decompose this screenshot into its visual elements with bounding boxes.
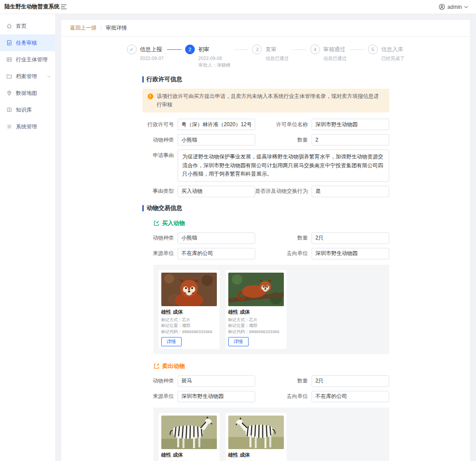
step-title: 信息上报	[140, 45, 164, 54]
buy-animals-panel: 雄性 成体 标记方式：芯片 标记位置：颈部 标记代码：9996696333366…	[153, 265, 389, 354]
mark-position: 标记位置：颈部	[228, 322, 284, 329]
mark-code: 标记代码：9996696333366	[228, 329, 284, 335]
step-status: 已经完成了	[381, 56, 405, 62]
reason-field[interactable]: 为促进野生动物保护事业发展，提高珍稀野生动物驯养繁育水平，加强野生动物资源交流合…	[178, 150, 389, 181]
user-avatar-icon	[439, 4, 445, 10]
step-connector	[350, 49, 364, 50]
user-menu[interactable]: admin	[439, 4, 476, 10]
step-title: 复审	[265, 45, 289, 54]
exchange-field[interactable]	[312, 186, 389, 197]
warning-banner: ! 该项行政许可由买方提出申请，且卖方尚未纳入本系统行业主体管理名录，现对卖方填…	[142, 89, 389, 112]
sell-quantity-field[interactable]	[312, 375, 389, 387]
step-status: 信息已通过	[324, 56, 347, 62]
sidebar-item-knowledge-base[interactable]: 知识库	[0, 101, 55, 118]
sell-species-label: 动物种类	[142, 377, 174, 385]
mark-method: 标记方式：芯片	[161, 317, 217, 323]
sell-dest-field[interactable]	[312, 391, 389, 402]
username: admin	[447, 4, 462, 10]
step-connector	[167, 49, 182, 50]
zebra-photo	[161, 416, 217, 449]
step-number: 5	[368, 45, 378, 54]
export-box-icon	[153, 363, 160, 369]
warning-text: 该项行政许可由买方提出申请，且卖方尚未纳入本系统行业主体管理名录，现对卖方填报信…	[157, 92, 384, 109]
permit-unit-field[interactable]	[312, 119, 389, 130]
buy-source-field[interactable]	[178, 248, 255, 259]
step-first-review: 2 初审 2022-09-08 审批人：张晓峰	[185, 45, 231, 68]
back-link[interactable]: 返回上一级	[70, 24, 97, 32]
permit-unit-label: 许可单位名称	[276, 121, 308, 128]
map-pin-icon	[6, 90, 12, 96]
species-field[interactable]	[178, 134, 255, 146]
mark-method: 标记方式：芯片	[228, 317, 284, 323]
quantity-label: 数量	[298, 136, 308, 144]
step-title: 信息入库	[381, 45, 405, 54]
sidebar-item-label: 首页	[16, 22, 26, 30]
sidebar-item-label: 知识库	[16, 106, 32, 114]
sell-dest-label: 去向单位	[287, 393, 308, 400]
buy-animals-header: 买入动物	[142, 219, 389, 227]
species-label: 动物种类	[142, 136, 174, 144]
buy-source-label: 来源单位	[142, 250, 174, 257]
sidebar-item-data-map[interactable]: 数据地图	[0, 85, 55, 101]
step-second-review: 3 复审 信息已通过	[252, 45, 289, 62]
breadcrumb-divider	[101, 26, 101, 31]
animal-sex-age: 雄性 成体	[161, 452, 217, 458]
sidebar-item-system-management[interactable]: 系统管理	[0, 118, 55, 135]
breadcrumb: 返回上一级 审批详情	[61, 20, 470, 37]
sidebar-item-label: 数据地图	[16, 90, 37, 97]
audit-icon	[6, 40, 12, 46]
top-header: 陆生野生动物普查系统 admin	[0, 0, 476, 14]
home-icon	[6, 23, 12, 29]
chevron-down-icon	[464, 6, 468, 8]
step-archived: 5 信息入库 已经完成了	[368, 45, 405, 62]
sidebar-item-label: 行业主体管理	[16, 56, 48, 64]
mark-code: 标记代码：9996696333366	[161, 329, 217, 335]
warning-icon: !	[148, 94, 153, 99]
buy-quantity-field[interactable]	[312, 232, 389, 244]
permit-no-label: 行政许可号	[142, 121, 174, 128]
sidebar-item-label: 任务审核	[16, 39, 37, 47]
detail-button[interactable]: 详情	[161, 337, 182, 346]
step-date: 2022-09-07	[140, 56, 164, 61]
detail-card: 返回上一级 审批详情 ✓ 信息上报 2022-09-07 2 初审 2022-0…	[61, 20, 470, 461]
buy-quantity-label: 数量	[298, 234, 308, 242]
animal-card: 雄性 成体 标记方式：芯片 标记位置：颈部 标记代码：9996696333366…	[226, 270, 286, 349]
app-title: 陆生野生动物普查系统	[0, 3, 55, 11]
sidebar-item-task-review[interactable]: 任务审核	[0, 34, 55, 51]
step-connector	[292, 49, 307, 50]
sell-quantity-label: 数量	[298, 377, 308, 385]
sidebar-item-label: 档案管理	[16, 73, 37, 80]
sidebar-item-entity-management[interactable]: 行业主体管理	[0, 51, 55, 68]
step-date: 2022-09-08	[198, 56, 231, 61]
reason-type-field[interactable]	[178, 186, 255, 197]
step-status: 信息已通过	[265, 56, 289, 62]
sell-source-field[interactable]	[178, 391, 255, 402]
permit-no-field[interactable]	[178, 119, 255, 130]
section-bar	[142, 76, 144, 82]
detail-button[interactable]: 详情	[228, 337, 249, 346]
animal-card: 雄性 成体 标记方式：芯片 标记位置：颈部 标记代码：9996696333366…	[159, 270, 219, 349]
buy-dest-field[interactable]	[312, 248, 389, 259]
approval-steps: ✓ 信息上报 2022-09-07 2 初审 2022-09-08 审批人：张晓…	[127, 45, 405, 68]
zebra-photo	[228, 416, 284, 449]
folder-icon	[6, 73, 12, 79]
sell-source-label: 来源单位	[142, 393, 174, 400]
buy-species-field[interactable]	[178, 232, 255, 244]
sidebar: 首页 任务审核 行业主体管理 档案管理 数据地图 知识库 系统管理	[0, 14, 55, 461]
step-number: 3	[252, 45, 262, 54]
sidebar-item-archive-management[interactable]: 档案管理	[0, 68, 55, 85]
sidebar-collapse-icon[interactable]	[60, 4, 67, 10]
chevron-down-icon	[47, 75, 51, 78]
section-bar	[142, 205, 144, 211]
step-number: 4	[310, 45, 320, 54]
sidebar-item-home[interactable]: 首页	[0, 18, 55, 34]
step-number: 2	[185, 45, 195, 54]
gear-icon	[6, 124, 12, 130]
permit-section-title: 行政许可信息	[142, 75, 389, 83]
step-connector	[234, 49, 249, 50]
sell-species-field[interactable]	[178, 375, 255, 387]
buy-species-label: 动物种类	[142, 234, 174, 242]
sell-animals-header: 卖出动物	[142, 362, 389, 370]
animal-sex-age: 雄性 成体	[228, 452, 284, 458]
quantity-field[interactable]	[312, 134, 389, 146]
